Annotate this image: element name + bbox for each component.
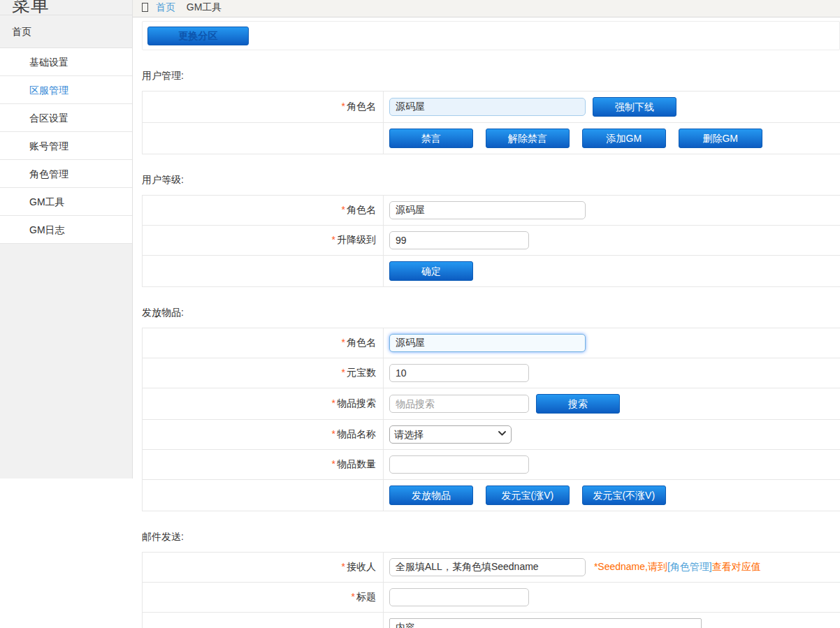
receiver-input[interactable] [389, 558, 586, 576]
item-search-input[interactable] [389, 395, 529, 413]
required-mark: * [352, 591, 355, 602]
level-role-name-input[interactable] [389, 201, 586, 219]
item-search-label: 物品搜索 [337, 397, 376, 409]
give-yuanbao-nov-button[interactable]: 发元宝(不涨V) [582, 485, 666, 505]
section-title-mail: 邮件发送: [142, 531, 840, 543]
give-role-name-input[interactable] [389, 334, 586, 352]
user-manage-form: *角色名 强制下线 禁言 解除禁言 添加GM 删除GM [142, 91, 840, 154]
role-name-input[interactable] [389, 98, 586, 116]
table-row: *角色名 [143, 328, 840, 358]
role-name-label: 角色名 [347, 204, 376, 215]
yuanbao-input[interactable] [389, 364, 529, 382]
role-name-label: 角色名 [347, 101, 376, 112]
required-mark: * [342, 204, 345, 215]
table-row: *角色名 强制下线 [143, 92, 840, 123]
force-offline-button[interactable]: 强制下线 [593, 97, 676, 117]
table-row: *升降级到 [143, 226, 840, 256]
table-row: *物品数量 [143, 450, 840, 480]
sidebar-item-home[interactable]: 首页 [0, 15, 132, 48]
required-mark: * [332, 234, 335, 245]
user-level-form: *角色名 *升降级到 确定 [142, 195, 840, 287]
section-title-give-items: 发放物品: [142, 307, 840, 319]
table-row: 内容 [143, 613, 840, 628]
sidebar-item-server-manage[interactable]: 区服管理 [0, 76, 132, 104]
required-mark: * [332, 397, 335, 409]
sidebar-item-account-manage[interactable]: 账号管理 [0, 132, 132, 160]
item-qty-input[interactable] [389, 455, 529, 474]
table-row: *元宝数 [143, 358, 840, 388]
give-yuanbao-v-button[interactable]: 发元宝(涨V) [486, 485, 570, 505]
change-partition-button[interactable]: 更换分区 [147, 27, 249, 45]
mail-form: *接收人 *Seedname,请到[角色管理]查看对应值 *标题 内容 [142, 552, 840, 628]
item-qty-label: 物品数量 [337, 458, 376, 469]
table-row: *物品搜索 搜索 [143, 388, 840, 420]
required-mark: * [342, 561, 345, 572]
section-title-user-level: 用户等级: [142, 174, 840, 187]
table-row: 禁言 解除禁言 添加GM 删除GM [143, 123, 840, 154]
delete-gm-button[interactable]: 删除GM [679, 129, 762, 148]
yuanbao-label: 元宝数 [347, 367, 376, 378]
role-name-label: 角色名 [347, 337, 376, 348]
required-mark: * [342, 367, 345, 378]
search-button[interactable]: 搜索 [536, 394, 620, 414]
level-target-input[interactable] [389, 231, 529, 249]
level-target-label: 升降级到 [337, 234, 376, 245]
mail-title-input[interactable] [389, 588, 529, 606]
give-items-form: *角色名 *元宝数 *物品搜索 搜索 *物品名称 [142, 328, 840, 511]
table-row: *物品名称 请选择 [143, 420, 840, 450]
toolbar-strip: 更换分区 [142, 21, 840, 50]
section-title-user-manage: 用户管理: [142, 70, 840, 82]
receiver-label: 接收人 [347, 561, 376, 572]
breadcrumb-glyph-icon [142, 3, 148, 12]
table-row: 发放物品 发元宝(涨V) 发元宝(不涨V) [143, 480, 840, 511]
required-mark: * [332, 458, 335, 469]
required-mark: * [342, 101, 345, 112]
table-row: *接收人 *Seedname,请到[角色管理]查看对应值 [143, 553, 840, 583]
seedname-hint: *Seedname,请到[角色管理]查看对应值 [594, 561, 761, 572]
sidebar-title: 菜单 [0, 0, 132, 15]
sidebar-item-gm-log[interactable]: GM日志 [0, 216, 132, 244]
sidebar-item-merge-settings[interactable]: 合区设置 [0, 104, 132, 132]
table-row: *标题 [143, 583, 840, 613]
mail-title-label: 标题 [356, 591, 376, 602]
role-manage-hint-link[interactable]: [角色管理] [667, 561, 712, 572]
required-mark: * [342, 337, 345, 348]
sidebar-item-basic-settings[interactable]: 基础设置 [0, 48, 132, 76]
confirm-button[interactable]: 确定 [389, 261, 473, 281]
sidebar: 菜单 首页 基础设置 区服管理 合区设置 账号管理 角色管理 GM工具 GM日志 [0, 0, 133, 479]
sidebar-item-gm-tool[interactable]: GM工具 [0, 188, 132, 216]
table-row: *角色名 [143, 196, 840, 226]
mail-content-textarea[interactable]: 内容 [389, 618, 702, 628]
main-content: 更换分区 用户管理: *角色名 强制下线 禁言 解除禁言 添加GM 删除GM 用… [133, 17, 840, 628]
required-mark: * [332, 428, 335, 439]
breadcrumb: 首页 GM工具 [133, 0, 840, 17]
sidebar-item-role-manage[interactable]: 角色管理 [0, 160, 132, 188]
give-item-button[interactable]: 发放物品 [389, 485, 473, 505]
item-name-select[interactable]: 请选择 [389, 425, 512, 444]
breadcrumb-home-link[interactable]: 首页 [156, 1, 175, 13]
add-gm-button[interactable]: 添加GM [582, 129, 666, 148]
table-row: 确定 [143, 256, 840, 287]
unmute-button[interactable]: 解除禁言 [486, 129, 570, 148]
item-name-label: 物品名称 [337, 428, 376, 439]
breadcrumb-current: GM工具 [187, 1, 222, 13]
mute-button[interactable]: 禁言 [389, 129, 473, 148]
